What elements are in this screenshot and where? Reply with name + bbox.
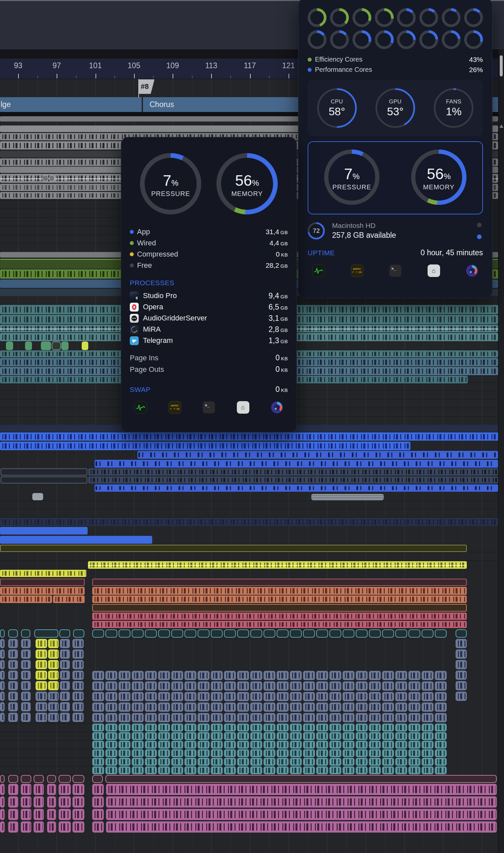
audio-clip[interactable] (290, 682, 302, 691)
scrollbar-thumb[interactable] (500, 55, 503, 76)
audio-clip[interactable] (224, 749, 236, 757)
audio-clip[interactable] (60, 692, 70, 701)
audio-clip[interactable] (316, 724, 328, 731)
audio-clip[interactable] (343, 692, 355, 701)
audio-clip[interactable] (92, 775, 103, 783)
audio-clip[interactable] (132, 713, 144, 722)
audio-clip[interactable] (158, 629, 170, 638)
audio-clip[interactable] (119, 724, 130, 731)
audio-clip[interactable] (369, 758, 381, 766)
audio-clip[interactable] (343, 732, 355, 740)
audio-clip[interactable] (277, 749, 289, 757)
audio-clip[interactable] (303, 682, 315, 691)
audio-clip[interactable] (224, 692, 236, 701)
audio-clip[interactable] (171, 732, 183, 740)
audio-clip[interactable] (158, 692, 170, 701)
audio-clip[interactable] (158, 766, 170, 774)
audio-clip[interactable] (171, 671, 183, 680)
audio-region[interactable] (92, 621, 467, 628)
audio-clip[interactable] (316, 758, 328, 766)
audio-clip[interactable] (21, 775, 31, 783)
audio-clip[interactable] (8, 629, 18, 638)
audio-clip[interactable] (105, 671, 117, 680)
audio-clip[interactable] (8, 702, 18, 711)
audio-clip[interactable] (356, 713, 367, 722)
audio-clip[interactable] (264, 741, 275, 749)
audio-clip[interactable] (184, 703, 196, 712)
audio-clip[interactable] (395, 671, 407, 680)
audio-clip[interactable] (409, 766, 420, 774)
audio-clip[interactable] (264, 758, 275, 766)
section-marker[interactable]: lge (0, 97, 142, 112)
audio-clip[interactable] (47, 796, 56, 807)
audio-clip[interactable] (329, 741, 341, 749)
audio-clip[interactable] (0, 629, 5, 638)
audio-clip[interactable] (132, 703, 144, 712)
audio-clip[interactable] (132, 692, 144, 701)
audio-clip[interactable] (171, 766, 183, 774)
audio-clip[interactable] (343, 713, 355, 722)
audio-clip[interactable] (36, 713, 47, 722)
audio-clip[interactable] (369, 749, 381, 757)
audio-clip[interactable] (52, 342, 61, 350)
audio-clip[interactable] (395, 741, 407, 749)
audio-clip[interactable] (145, 692, 157, 701)
audio-clip[interactable] (409, 741, 420, 749)
audio-clip[interactable] (72, 681, 84, 690)
audio-clip[interactable] (21, 650, 31, 659)
audio-clip[interactable] (119, 741, 130, 749)
audio-clip[interactable] (47, 784, 56, 795)
audio-clip[interactable] (409, 692, 420, 701)
audio-clip[interactable] (382, 671, 394, 680)
audio-clip[interactable] (0, 821, 5, 833)
audio-clip[interactable] (237, 741, 249, 749)
audio-clip[interactable] (290, 713, 302, 722)
audio-clip[interactable] (382, 629, 394, 638)
audio-region[interactable] (53, 596, 85, 603)
audio-region[interactable] (1, 468, 87, 476)
audio-clip[interactable] (455, 671, 467, 680)
audio-clip[interactable] (198, 724, 210, 731)
audio-clip[interactable] (158, 703, 170, 712)
audio-clip[interactable] (59, 796, 71, 807)
audio-clip[interactable] (290, 629, 302, 638)
audio-clip[interactable] (277, 703, 289, 712)
audio-clip[interactable] (369, 732, 381, 740)
audio-clip[interactable] (158, 749, 170, 757)
audio-clip[interactable] (455, 629, 467, 638)
audio-clip[interactable] (92, 629, 104, 638)
activity-monitor-icon[interactable] (312, 265, 325, 277)
audio-clip[interactable] (61, 342, 69, 350)
audio-clip[interactable] (105, 741, 117, 749)
audio-clip[interactable] (455, 692, 467, 701)
audio-clip[interactable] (92, 809, 104, 820)
audio-clip[interactable] (184, 749, 196, 757)
warning-display-icon[interactable]: WARNIY 7:36 (351, 265, 363, 277)
audio-clip[interactable] (106, 821, 497, 833)
audio-clip[interactable] (34, 821, 44, 833)
audio-clip[interactable] (303, 692, 315, 701)
audio-clip[interactable] (184, 766, 196, 774)
audio-clip[interactable] (356, 724, 367, 731)
audio-clip[interactable] (382, 713, 394, 722)
audio-clip[interactable] (422, 629, 433, 638)
audio-clip[interactable] (119, 732, 130, 740)
audio-clip[interactable] (0, 671, 5, 680)
audio-clip[interactable] (92, 692, 104, 701)
audio-clip[interactable] (224, 629, 236, 638)
audio-clip[interactable] (237, 732, 249, 740)
audio-clip[interactable] (60, 671, 70, 680)
audio-clip[interactable] (303, 724, 315, 731)
audio-clip[interactable] (303, 671, 315, 680)
audio-clip[interactable] (237, 758, 249, 766)
audio-clip[interactable] (8, 784, 18, 795)
audio-clip[interactable] (369, 703, 381, 712)
audio-clip[interactable] (409, 713, 420, 722)
audio-clip[interactable] (316, 749, 328, 757)
audio-clip[interactable] (198, 703, 210, 712)
audio-clip[interactable] (395, 749, 407, 757)
audio-clip[interactable] (250, 741, 262, 749)
audio-clip[interactable] (237, 724, 249, 731)
audio-clip[interactable] (343, 671, 355, 680)
audio-clip[interactable] (250, 671, 262, 680)
